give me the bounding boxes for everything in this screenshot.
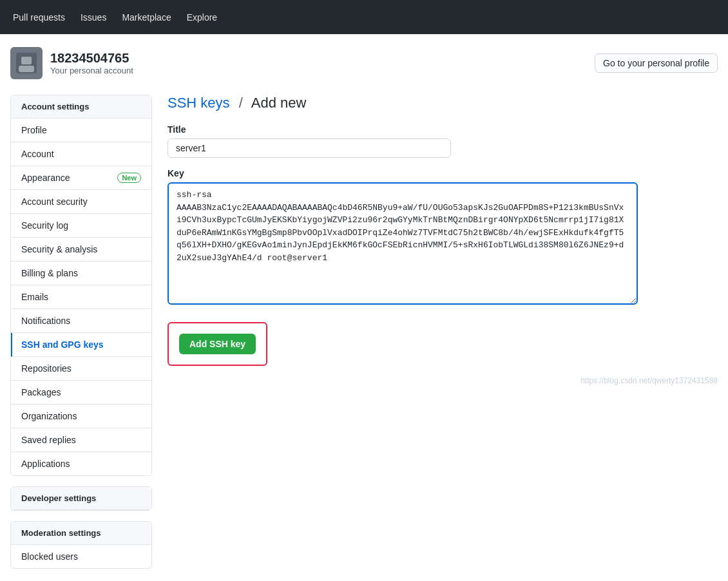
sidebar-item-billing[interactable]: Billing & plans bbox=[11, 262, 151, 285]
svg-rect-1 bbox=[21, 57, 32, 64]
title-input[interactable] bbox=[168, 138, 451, 158]
sidebar-item-appearance[interactable]: Appearance New bbox=[11, 166, 151, 190]
account-settings-section: Account settings Profile Account Appeara… bbox=[10, 95, 152, 476]
nav-issues[interactable]: Issues bbox=[78, 7, 109, 28]
sidebar-item-blocked-users[interactable]: Blocked users bbox=[11, 545, 151, 568]
breadcrumb-separator: / bbox=[239, 95, 243, 111]
sidebar-item-security-log[interactable]: Security log bbox=[11, 214, 151, 238]
sidebar-item-organizations[interactable]: Organizations bbox=[11, 405, 151, 428]
action-box: Add SSH key bbox=[168, 322, 267, 366]
sidebar-item-security-analysis[interactable]: Security & analysis bbox=[11, 238, 151, 262]
sidebar-item-packages[interactable]: Packages bbox=[11, 381, 151, 405]
sidebar-item-saved-replies[interactable]: Saved replies bbox=[11, 428, 151, 452]
moderation-settings-header: Moderation settings bbox=[11, 522, 151, 545]
add-ssh-key-button[interactable]: Add SSH key bbox=[179, 334, 256, 354]
account-header-left: 18234504765 Your personal account bbox=[10, 47, 133, 79]
go-to-profile-button[interactable]: Go to your personal profile bbox=[595, 53, 718, 73]
watermark: https://blog.csdn.net/qwerty1372431588 bbox=[168, 376, 718, 385]
title-form-group: Title bbox=[168, 124, 718, 158]
avatar bbox=[10, 47, 43, 79]
developer-settings-section: Developer settings bbox=[10, 486, 152, 511]
sidebar-item-emails[interactable]: Emails bbox=[11, 285, 151, 309]
main-content: SSH keys / Add new Title Key ssh-rsa AAA… bbox=[168, 95, 718, 385]
sidebar: Account settings Profile Account Appeara… bbox=[10, 95, 152, 579]
nav-explore[interactable]: Explore bbox=[184, 7, 220, 28]
sidebar-item-applications[interactable]: Applications bbox=[11, 452, 151, 475]
nav-pull-requests[interactable]: Pull requests bbox=[10, 7, 68, 28]
account-subtitle: Your personal account bbox=[50, 66, 133, 75]
top-navigation: Pull requests Issues Marketplace Explore bbox=[0, 0, 728, 34]
key-label: Key bbox=[168, 168, 718, 178]
content-layout: Account settings Profile Account Appeara… bbox=[10, 95, 718, 579]
breadcrumb-ssh-keys-link[interactable]: SSH keys bbox=[168, 95, 230, 111]
sidebar-item-ssh-gpg[interactable]: SSH and GPG keys bbox=[11, 333, 151, 357]
nav-marketplace[interactable]: Marketplace bbox=[119, 7, 173, 28]
breadcrumb: SSH keys / Add new bbox=[168, 95, 718, 111]
developer-settings-header: Developer settings bbox=[11, 487, 151, 510]
sidebar-item-repositories[interactable]: Repositories bbox=[11, 357, 151, 381]
sidebar-item-account-security[interactable]: Account security bbox=[11, 190, 151, 214]
new-badge: New bbox=[117, 173, 141, 183]
account-header: 18234504765 Your personal account Go to … bbox=[10, 47, 718, 79]
breadcrumb-current: Add new bbox=[251, 95, 307, 111]
sidebar-item-profile[interactable]: Profile bbox=[11, 119, 151, 142]
key-textarea[interactable]: ssh-rsa AAAAB3NzaC1yc2EAAAADAQABAAAABAQc… bbox=[168, 182, 638, 305]
title-label: Title bbox=[168, 124, 718, 135]
account-settings-header: Account settings bbox=[11, 95, 151, 119]
sidebar-item-notifications[interactable]: Notifications bbox=[11, 309, 151, 333]
account-info: 18234504765 Your personal account bbox=[50, 51, 133, 75]
key-form-group: Key ssh-rsa AAAAB3NzaC1yc2EAAAADAQABAAAA… bbox=[168, 168, 718, 307]
account-name: 18234504765 bbox=[50, 51, 133, 66]
svg-rect-2 bbox=[19, 66, 34, 72]
moderation-settings-section: Moderation settings Blocked users bbox=[10, 521, 152, 569]
main-container: 18234504765 Your personal account Go to … bbox=[0, 34, 728, 581]
sidebar-item-account[interactable]: Account bbox=[11, 142, 151, 166]
